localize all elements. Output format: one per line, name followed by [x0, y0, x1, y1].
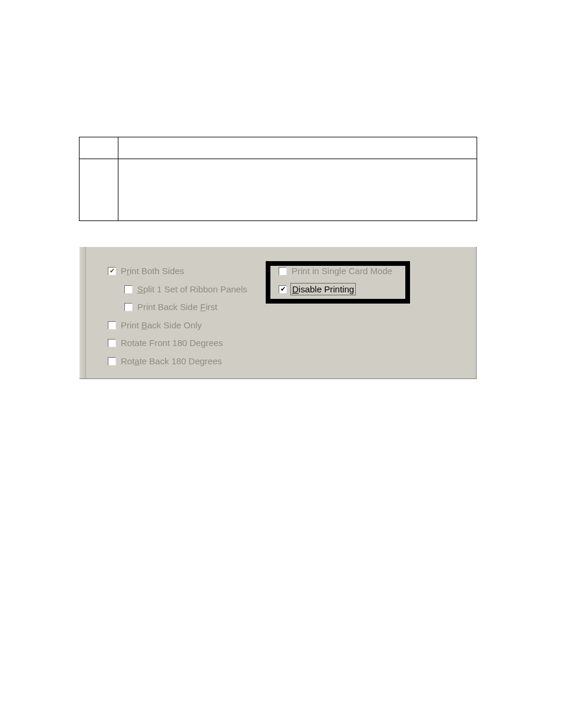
panel-gutter: [80, 247, 86, 378]
checkbox-print-back-first[interactable]: Print Back Side First: [124, 302, 217, 312]
th-procedure: Procedure: [118, 137, 477, 159]
footer-right: 4-22: [461, 684, 477, 694]
section-intro: Use this option to disable the printing …: [79, 100, 477, 120]
label-rotate-back: Rotate Back 180 Degrees: [121, 356, 222, 366]
page-footer: Persona C16 Card Printer User Guide (Rev…: [79, 684, 477, 694]
label-print-back-only: Print Back Side Only: [121, 320, 202, 330]
checkbox-print-back-only[interactable]: Print Back Side Only: [108, 320, 202, 330]
checkbox-icon: [124, 285, 133, 294]
table-row: Step Procedure: [80, 137, 477, 159]
checkbox-icon: [108, 267, 116, 275]
checkbox-icon: [124, 303, 133, 311]
label-print-back-first: Print Back Side First: [137, 302, 217, 312]
footer-left: Persona C16 Card Printer User Guide (Rev…: [79, 684, 243, 694]
procedure-table: Step Procedure 1 Select this option to e…: [79, 137, 477, 221]
page-hidden-text: RESTRICTED USE ONLY Fargo Electronics, I…: [79, 59, 477, 123]
label-disable-printing: Disable Printing: [292, 284, 355, 294]
checkbox-icon: [279, 267, 287, 275]
label-split-ribbon: Split 1 Set of Ribbon Panels: [137, 284, 247, 294]
checkbox-icon: [279, 285, 287, 294]
dialog-screenshot: Print Both Sides Split 1 Set of Ribbon P…: [79, 246, 477, 379]
label-single-card-mode: Print in Single Card Mode: [292, 266, 392, 276]
label-rotate-front: Rotate Front 180 Degrees: [121, 338, 223, 348]
td-step-1: 1: [80, 159, 118, 221]
th-step: Step: [80, 137, 118, 159]
checkbox-icon: [108, 357, 116, 365]
section-title: Using the Disable Printing option: [79, 84, 477, 96]
product-line: Fargo Electronics, Inc.: [79, 72, 477, 83]
checkbox-rotate-back[interactable]: Rotate Back 180 Degrees: [108, 356, 222, 366]
restricted-line: RESTRICTED USE ONLY: [79, 59, 477, 70]
table-row: 1 Select this option to encode or re-enc…: [80, 159, 477, 221]
checkbox-rotate-front[interactable]: Rotate Front 180 Degrees: [108, 338, 223, 348]
label-print-both-sides: Print Both Sides: [121, 266, 184, 276]
checkbox-icon: [108, 321, 116, 330]
checkbox-single-card-mode[interactable]: Print in Single Card Mode: [279, 266, 392, 276]
checkbox-disable-printing[interactable]: Disable Printing: [279, 284, 355, 294]
checkbox-split-ribbon[interactable]: Split 1 Set of Ribbon Panels: [124, 284, 247, 294]
checkbox-icon: [108, 339, 116, 347]
td-proc-1: Select this option to encode or re-encod…: [118, 159, 477, 221]
checkbox-print-both-sides[interactable]: Print Both Sides: [108, 266, 184, 276]
